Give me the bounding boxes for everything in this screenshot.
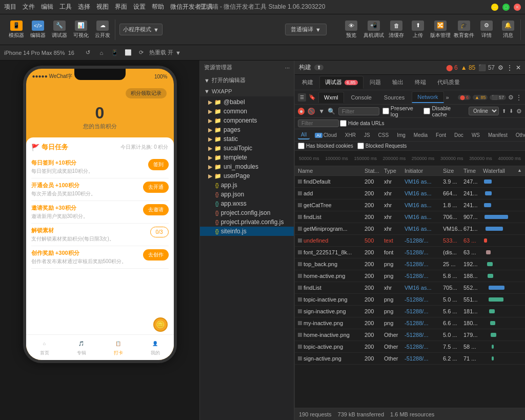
cloud-button[interactable]: ☁ 云开发 xyxy=(93,21,112,39)
nav-checkin[interactable]: 📋 打卡 xyxy=(113,338,124,356)
devtools-tab-debugger[interactable]: 调试器 6,85 xyxy=(319,76,364,89)
coin-icon[interactable]: 🪙 xyxy=(153,317,168,332)
task-btn-2[interactable]: 去开通 xyxy=(143,182,169,193)
menu-item-tools[interactable]: 工具 xyxy=(59,3,72,11)
col-sort-icon[interactable]: ▲ xyxy=(517,168,522,174)
blocked-requests-check[interactable] xyxy=(357,143,364,149)
blocked-cookies-check[interactable] xyxy=(298,143,305,149)
filter-tab-font[interactable]: Font xyxy=(433,131,449,139)
network-row[interactable]: my-inactive.png 200 png -51288/... 6.6 .… xyxy=(295,317,525,329)
network-more-icon[interactable]: ⋮ xyxy=(516,94,522,101)
network-tab-wxml[interactable]: Wxml xyxy=(318,92,344,103)
menu-item-view[interactable]: 视图 xyxy=(96,3,109,11)
toolbar2-wifi-button[interactable]: ⟳ xyxy=(136,47,147,58)
filter-tab-js[interactable]: JS xyxy=(361,131,373,139)
filter-tab-media[interactable]: Media xyxy=(411,131,431,139)
network-row[interactable]: home-inactive.png 200 Other -51288/... 5… xyxy=(295,329,525,341)
network-row[interactable]: getMiniprogram... 200 xhr VM16 as... VM1… xyxy=(295,223,525,235)
menu-item-select[interactable]: 选择 xyxy=(78,3,90,11)
editor-button[interactable]: </> 编辑器 xyxy=(29,21,47,39)
record-btn[interactable]: 积分领取记录 xyxy=(126,88,167,98)
disable-cache-check[interactable] xyxy=(423,108,430,114)
filter-tab-other[interactable]: Other xyxy=(513,131,525,139)
folder-static[interactable]: ▶ 📁 static xyxy=(200,134,294,144)
menu-item-settings[interactable]: 设置 xyxy=(133,3,146,11)
toolbar2-home-button[interactable]: ⌂ xyxy=(96,47,107,58)
toolbar2-screen-button[interactable]: ⬜ xyxy=(123,47,134,58)
network-row[interactable]: findList 200 xhr VM16 as... 705... 552..… xyxy=(295,282,525,294)
version-button[interactable]: 🔀 版本管理 xyxy=(430,21,451,39)
cache-button[interactable]: 🗑 清缓存 xyxy=(387,21,406,39)
menu-item-interface[interactable]: 界面 xyxy=(115,3,127,11)
folder-userpage[interactable]: ▶ 📁 userPage xyxy=(200,171,294,181)
file-app-wxss[interactable]: {} app.wxss xyxy=(200,199,294,208)
devtools-tab-terminal[interactable]: 终端 xyxy=(410,76,431,88)
message-button[interactable]: 🔔 消息 xyxy=(499,21,517,39)
filter-tab-cloud[interactable]: AICloud xyxy=(312,131,340,139)
menu-item-edit[interactable]: 编辑 xyxy=(41,3,53,11)
miniprogram-mode-selector[interactable]: 小程序模式 ▼ xyxy=(119,24,163,35)
preserve-log-check[interactable] xyxy=(382,108,389,114)
menu-item-help[interactable]: 帮助 xyxy=(152,3,164,11)
filter-tab-img[interactable]: Img xyxy=(394,131,409,139)
network-tab-sources[interactable]: Sources xyxy=(379,92,410,103)
details-button[interactable]: ⚙ 详情 xyxy=(477,21,496,39)
task-btn-5[interactable]: 去创作 xyxy=(143,249,169,261)
close-button[interactable]: ✕ xyxy=(514,4,521,11)
network-row[interactable]: top_back.png 200 png -51288/... 25 ... 1… xyxy=(295,258,525,270)
education-button[interactable]: 🎓 教育套件 xyxy=(454,21,474,39)
disable-cache-checkbox[interactable]: Disable cache xyxy=(423,105,466,117)
open-editors-header[interactable]: ▼ 打开的编辑器 xyxy=(200,74,294,86)
record-stop-button[interactable]: ● xyxy=(298,108,305,115)
network-tab-network[interactable]: Network xyxy=(412,91,443,103)
bookmark-icon[interactable]: 🔖 xyxy=(308,93,316,102)
folder-components[interactable]: ▶ 📁 components xyxy=(200,116,294,125)
devtools-tab-build[interactable]: 构建 xyxy=(297,76,318,88)
folder-common[interactable]: ▶ 📁 common xyxy=(200,107,294,116)
menu-item-project[interactable]: 项目 xyxy=(4,3,16,11)
maximize-button[interactable]: □ xyxy=(502,4,510,11)
filter-tab-css[interactable]: CSS xyxy=(375,131,392,139)
network-row[interactable]: findDefault 200 xhr VM16 as... 3.9 ... 2… xyxy=(295,176,525,188)
settings-icon[interactable]: ⚙ xyxy=(516,108,522,115)
devtools-tab-output[interactable]: 输出 xyxy=(387,76,409,88)
folder-pages[interactable]: ▶ 📁 pages xyxy=(200,125,294,134)
upload-button[interactable]: ⬆ 上传 xyxy=(409,21,427,39)
task-btn-1[interactable]: 签到 xyxy=(148,159,169,170)
network-row[interactable]: undefined 500 text -51288/... 533... 63 … xyxy=(295,235,525,247)
folder-uni-modules[interactable]: ▶ 📁 uni_modules xyxy=(200,162,294,171)
network-row[interactable]: topic-active.png 200 Other -51288/... 7.… xyxy=(295,341,525,353)
file-project-config[interactable]: {} project.config.json xyxy=(200,208,294,217)
file-project-private[interactable]: {} project.private.config.js xyxy=(200,217,294,227)
menu-item-file[interactable]: 文件 xyxy=(23,3,35,11)
network-tabs-more-icon[interactable]: » xyxy=(446,94,449,101)
nav-home[interactable]: ⌂ 首页 xyxy=(39,338,50,356)
folder-babel[interactable]: ▶ 📁 @babel xyxy=(200,97,294,107)
toolbar2-refresh-button[interactable]: ↺ xyxy=(83,47,94,58)
network-panel-icon[interactable]: ☰ xyxy=(298,93,306,102)
url-filter-input[interactable] xyxy=(298,119,339,127)
network-filter-input[interactable] xyxy=(338,107,379,115)
network-row[interactable]: add 200 xhr VM16 as... 664... 241... xyxy=(295,188,525,199)
filter-tab-doc[interactable]: Doc xyxy=(451,131,467,139)
task-btn-4[interactable]: 0/3 xyxy=(150,227,169,237)
hide-data-urls-checkbox[interactable]: Hide data URLs xyxy=(340,120,385,127)
file-siteinfo-js[interactable]: {} siteinfo.js xyxy=(200,227,294,236)
devtools-settings-icon[interactable]: ⚙ xyxy=(498,64,503,71)
filter-tab-xhr[interactable]: XHR xyxy=(342,131,359,139)
search-icon[interactable]: 🔍 xyxy=(328,108,335,115)
nav-mine[interactable]: 👤 我的 xyxy=(150,338,160,356)
devtools-close-icon[interactable]: ✕ xyxy=(516,64,521,71)
network-row[interactable]: sign-inactive.png 200 png -51288/... 5.6… xyxy=(295,306,525,317)
file-app-js[interactable]: {} app.js xyxy=(200,181,294,190)
network-row[interactable]: home-active.png 200 png -51288/... 5.8 .… xyxy=(295,270,525,282)
task-btn-3[interactable]: 去邀请 xyxy=(143,204,169,215)
online-select[interactable]: Online xyxy=(469,107,499,115)
filter-tab-ws[interactable]: WS xyxy=(469,131,483,139)
nav-album[interactable]: 🎵 专辑 xyxy=(76,338,87,356)
network-row[interactable]: font_2225171_8k... 200 font -51288/... (… xyxy=(295,247,525,258)
compile-mode-selector[interactable]: 普通编译 ▼ xyxy=(285,24,327,35)
network-tab-console[interactable]: Console xyxy=(346,92,377,103)
wxapp-header[interactable]: ▼ WXAPP xyxy=(200,86,294,96)
preview-button[interactable]: 👁 预览 xyxy=(342,21,360,39)
